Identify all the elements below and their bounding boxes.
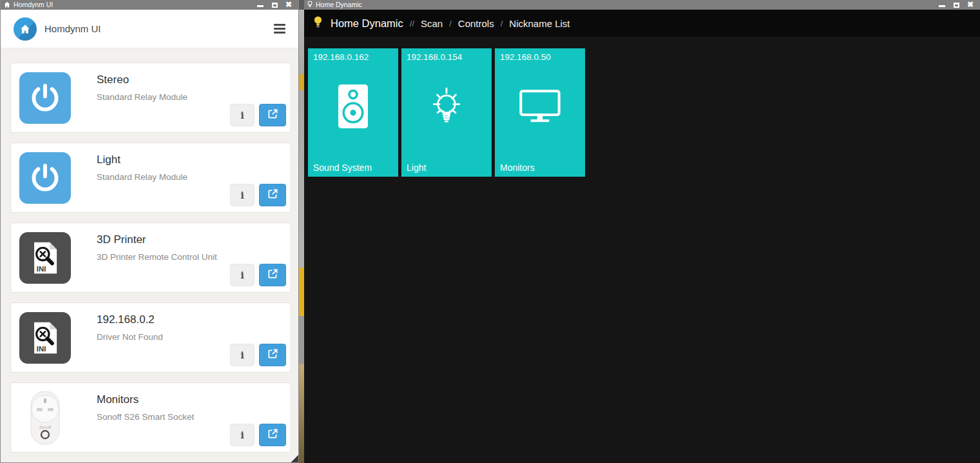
speaker-icon	[336, 84, 370, 132]
device-name: 192.168.0.2	[97, 313, 155, 326]
bulb-icon	[423, 83, 470, 133]
info-button[interactable]: i	[230, 264, 255, 286]
maximize-icon[interactable]	[952, 1, 960, 8]
breadcrumb-root[interactable]: Home Dynamic	[331, 17, 403, 30]
tile-grid: 192.168.0.162 Sound System 192.168.0.154…	[304, 37, 980, 177]
open-button[interactable]	[259, 424, 286, 446]
device-description: Driver Not Found	[97, 332, 163, 342]
open-button[interactable]	[259, 184, 286, 206]
minimize-icon[interactable]	[256, 1, 264, 8]
info-button[interactable]: i	[230, 344, 255, 366]
device-description: 3D Printer Remote Control Unit	[97, 252, 217, 262]
home-icon	[4, 1, 10, 9]
window-home-dynamic: Home Dynamic ✖ Home Dynamic // Scan / Co…	[304, 0, 980, 463]
svg-text:INI: INI	[37, 265, 46, 273]
device-list: Stereo Standard Relay Module i	[1, 48, 298, 453]
ini-icon: INI	[19, 232, 71, 284]
device-description: Standard Relay Module	[97, 92, 187, 102]
device-name: 3D Printer	[97, 233, 146, 246]
app-header: Homdynm UI	[1, 10, 298, 48]
external-link-icon	[267, 268, 278, 282]
right-titlebar: Home Dynamic ✖	[304, 0, 980, 10]
info-button[interactable]: i	[230, 424, 255, 446]
svg-text:INI: INI	[37, 345, 46, 353]
bulb-icon	[313, 15, 323, 32]
info-button[interactable]: i	[230, 104, 255, 126]
device-name: Stereo	[97, 74, 129, 86]
device-card: INI 192.168.0.2 Driver Not Found i	[10, 302, 291, 373]
external-link-icon	[267, 428, 278, 442]
close-icon[interactable]: ✖	[285, 1, 293, 8]
info-button[interactable]: i	[230, 184, 255, 206]
external-link-icon	[267, 348, 278, 362]
close-icon[interactable]: ✖	[966, 1, 974, 8]
power-icon	[19, 152, 71, 204]
svg-text:Sonoff: Sonoff	[39, 425, 52, 429]
device-description: Standard Relay Module	[97, 172, 187, 182]
device-tile[interactable]: 192.168.0.162 Sound System	[308, 48, 398, 177]
open-button[interactable]	[259, 264, 286, 286]
device-card: Stereo Standard Relay Module i	[10, 63, 291, 133]
resize-grip[interactable]	[290, 454, 298, 462]
app-brand: Homdynm UI	[44, 23, 101, 34]
socket-icon: Sonoff	[19, 392, 71, 444]
tile-ip: 192.168.0.162	[313, 52, 369, 62]
left-window-title: Homdynm UI	[14, 0, 53, 10]
minimize-icon[interactable]	[938, 1, 946, 8]
breadcrumb-separator: /	[501, 19, 503, 28]
left-titlebar: Homdynm UI ✖	[1, 0, 298, 10]
open-button[interactable]	[259, 104, 286, 126]
maximize-icon[interactable]	[271, 1, 278, 8]
tile-label: Light	[407, 163, 426, 173]
device-card: INI 3D Printer 3D Printer Remote Control…	[10, 222, 291, 293]
tile-label: Sound System	[313, 163, 372, 173]
device-name: Light	[97, 153, 120, 166]
open-button[interactable]	[259, 344, 286, 366]
power-icon	[19, 72, 71, 124]
device-description: Sonoff S26 Smart Socket	[97, 412, 194, 422]
desktop: Homdynm UI ✖ Homdynm UI Stereo Standard …	[0, 0, 980, 463]
device-tile[interactable]: 192.168.0.50 Monitors	[495, 48, 585, 177]
tile-ip: 192.168.0.50	[500, 52, 551, 62]
ini-icon: INI	[19, 312, 71, 364]
breadcrumb-item-controls[interactable]: Controls	[458, 18, 494, 29]
device-name: Monitors	[97, 393, 139, 406]
menu-icon[interactable]	[273, 21, 287, 36]
device-card: Sonoff Monitors Sonoff S26 Smart Socket …	[10, 382, 291, 453]
app-logo-home-icon	[14, 17, 37, 41]
tile-ip: 192.168.0.154	[407, 52, 462, 62]
monitor-icon	[515, 88, 564, 128]
breadcrumb: Home Dynamic // Scan / Controls / Nickna…	[304, 10, 980, 37]
breadcrumb-separator: //	[410, 19, 414, 28]
breadcrumb-item-nickname-list[interactable]: Nickname List	[509, 18, 570, 29]
bulb-icon	[307, 1, 312, 9]
desktop-strip	[299, 0, 304, 463]
window-homdynm-ui: Homdynm UI ✖ Homdynm UI Stereo Standard …	[0, 0, 299, 463]
device-tile[interactable]: 192.168.0.154 Light	[401, 48, 492, 177]
external-link-icon	[267, 188, 278, 202]
right-window-title: Home Dynamic	[316, 0, 362, 10]
device-card: Light Standard Relay Module i	[10, 143, 291, 213]
breadcrumb-separator: /	[449, 19, 452, 28]
external-link-icon	[267, 108, 278, 122]
breadcrumb-item-scan[interactable]: Scan	[421, 18, 443, 29]
tile-label: Monitors	[500, 163, 535, 173]
